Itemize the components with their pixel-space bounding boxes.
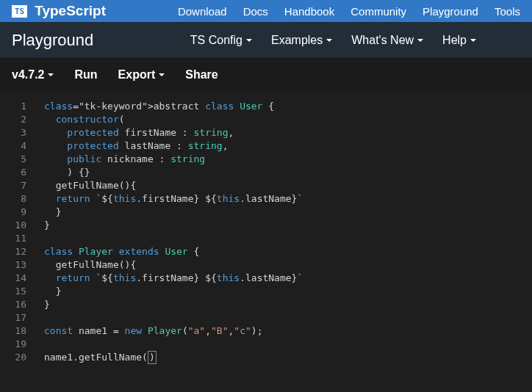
code-line[interactable]: } <box>44 206 532 219</box>
ts-logo-badge: TS <box>12 5 27 18</box>
code-line[interactable]: protected lastName : string, <box>44 139 532 153</box>
menu-help-label: Help <box>442 34 467 47</box>
version-label: v4.7.2 <box>12 68 44 81</box>
site-title: TypeScript <box>35 3 106 19</box>
code-editor[interactable]: 1234567891011121314151617181920 class="t… <box>0 91 532 364</box>
line-number: 20 <box>0 351 26 364</box>
line-number: 3 <box>0 126 26 139</box>
code-line[interactable]: name1.getFullName() <box>44 351 532 364</box>
topbar-links: Download Docs Handbook Community Playgro… <box>178 5 520 18</box>
menu-tsconfig-label: TS Config <box>190 34 242 47</box>
menu-examples[interactable]: Examples <box>271 34 332 47</box>
nav-playground[interactable]: Playground <box>423 5 478 18</box>
nav-download[interactable]: Download <box>178 5 227 18</box>
subbar: Playground TS Config Examples What's New… <box>0 22 532 59</box>
line-number: 15 <box>0 285 26 298</box>
code-line[interactable]: const name1 = new Player("a","B","c"); <box>44 324 532 338</box>
line-number: 9 <box>0 206 26 219</box>
code-line[interactable]: class="tk-keyword">abstract class User { <box>44 100 532 113</box>
caret-down-icon <box>326 39 332 42</box>
code-line[interactable]: class Player extends User { <box>44 245 532 258</box>
code-line[interactable]: public nickname : string <box>44 153 532 166</box>
share-button[interactable]: Share <box>185 68 218 81</box>
line-number: 14 <box>0 272 26 285</box>
line-number: 11 <box>0 232 26 245</box>
code-line[interactable]: ) {} <box>44 166 532 179</box>
line-number: 16 <box>0 298 26 311</box>
line-number: 7 <box>0 179 26 192</box>
nav-handbook[interactable]: Handbook <box>284 5 334 18</box>
line-number: 19 <box>0 338 26 351</box>
caret-down-icon <box>470 39 476 42</box>
code-line[interactable] <box>44 338 532 351</box>
menu-whatsnew[interactable]: What's New <box>351 34 423 47</box>
line-number: 8 <box>0 192 26 206</box>
code-line[interactable]: getFullName(){ <box>44 258 532 272</box>
line-number: 5 <box>0 153 26 166</box>
code-line[interactable]: protected firstName : string, <box>44 126 532 139</box>
caret-down-icon <box>246 39 252 42</box>
menu-whatsnew-label: What's New <box>351 34 414 47</box>
subbar-menu: TS Config Examples What's New Help <box>190 34 476 47</box>
code-line[interactable]: constructor( <box>44 113 532 126</box>
caret-down-icon <box>159 73 165 76</box>
export-button[interactable]: Export <box>118 68 165 81</box>
code-line[interactable]: } <box>44 298 532 311</box>
line-number: 2 <box>0 113 26 126</box>
line-number: 13 <box>0 258 26 272</box>
line-number: 17 <box>0 311 26 324</box>
line-number: 12 <box>0 245 26 258</box>
caret-down-icon <box>417 39 423 42</box>
code-line[interactable] <box>44 232 532 245</box>
nav-docs[interactable]: Docs <box>243 5 268 18</box>
page-title: Playground <box>12 31 93 50</box>
export-label: Export <box>118 68 156 81</box>
caret-down-icon <box>48 73 54 76</box>
run-button[interactable]: Run <box>74 68 97 81</box>
code-line[interactable]: return `${this.firstName} ${this.lastNam… <box>44 272 532 285</box>
version-selector[interactable]: v4.7.2 <box>12 68 54 81</box>
line-number: 18 <box>0 324 26 338</box>
line-number: 1 <box>0 100 26 113</box>
menu-help[interactable]: Help <box>442 34 476 47</box>
line-number: 10 <box>0 219 26 232</box>
toolbar: v4.7.2 Run Export Share <box>0 59 532 91</box>
nav-tools[interactable]: Tools <box>495 5 520 18</box>
code-line[interactable]: } <box>44 285 532 298</box>
line-number: 6 <box>0 166 26 179</box>
code-line[interactable]: return `${this.firstName} ${this.lastNam… <box>44 192 532 206</box>
code-line[interactable] <box>44 311 532 324</box>
topbar: TS TypeScript Download Docs Handbook Com… <box>0 0 532 22</box>
code-line[interactable]: } <box>44 219 532 232</box>
menu-examples-label: Examples <box>271 34 323 47</box>
line-number-gutter: 1234567891011121314151617181920 <box>0 100 35 364</box>
code-content[interactable]: class="tk-keyword">abstract class User {… <box>35 100 532 364</box>
menu-tsconfig[interactable]: TS Config <box>190 34 252 47</box>
nav-community[interactable]: Community <box>351 5 406 18</box>
code-line[interactable]: getFullName(){ <box>44 179 532 192</box>
line-number: 4 <box>0 139 26 153</box>
